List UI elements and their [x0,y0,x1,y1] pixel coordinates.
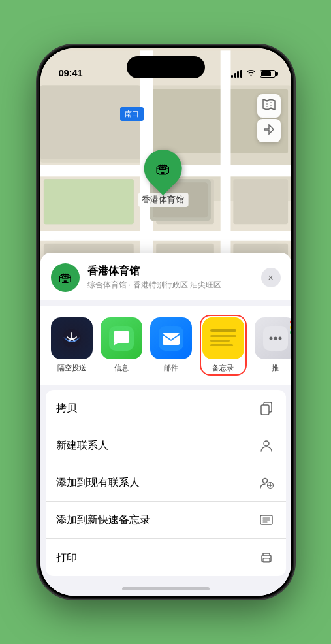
mail-icon [150,317,192,359]
svg-rect-13 [233,179,288,224]
svg-point-28 [269,337,272,340]
location-pin: 🏟 香港体育馆 [138,150,188,207]
airdrop-label: 隔空投送 [57,363,86,373]
notes-icon [202,317,244,359]
pin-icon: 🏟 [136,142,190,195]
battery-icon [260,70,276,78]
map-controls [257,94,281,142]
svg-rect-22 [202,317,244,359]
app-row: 隔空投送 信息 [40,306,291,385]
svg-rect-32 [261,405,269,415]
messages-label: 信息 [114,363,129,373]
wifi-icon [246,69,256,78]
svg-rect-24 [210,335,236,337]
new-contact-label: 新建联系人 [56,439,257,453]
action-item-new-contact[interactable]: 新建联系人 [46,427,286,464]
svg-rect-25 [210,340,230,342]
sheet-header: 🏟 香港体育馆 综合体育馆 · 香港特别行政区 油尖旺区 × [40,253,291,300]
quick-note-icon [257,511,276,529]
airdrop-icon [51,317,93,359]
location-arrow-icon [264,124,274,137]
app-item-messages[interactable]: 信息 [101,317,142,373]
copy-label: 拷贝 [56,402,257,415]
more-icon [255,317,291,359]
svg-rect-15 [43,179,133,224]
mail-label: 邮件 [164,363,178,373]
svg-point-34 [262,479,267,483]
action-item-copy[interactable]: 拷贝 [46,390,286,427]
svg-rect-23 [210,329,236,332]
app-item-more[interactable]: 推 [255,317,291,373]
svg-point-33 [264,441,269,446]
app-item-airdrop[interactable]: 隔空投送 [51,317,93,373]
svg-rect-2 [40,85,140,159]
action-item-print[interactable]: 打印 [46,539,286,576]
sheet-location-icon: 🏟 [51,263,80,292]
phone-inner: 09:41 [40,48,291,596]
app-item-notes[interactable]: 备忘录 [200,315,247,376]
map-type-button[interactable] [257,94,281,118]
new-contact-icon [257,436,276,455]
svg-rect-21 [163,333,180,345]
signal-bars-icon [231,70,242,78]
copy-icon [257,399,276,417]
dynamic-island [127,56,205,78]
action-list: 拷贝 新建联系人 [46,390,286,576]
map-type-icon [262,99,276,113]
status-icons [231,69,276,78]
messages-icon [101,317,142,359]
svg-rect-26 [210,344,233,346]
home-indicator-area [40,576,291,596]
action-item-quick-note[interactable]: 添加到新快速备忘录 [46,502,286,539]
action-item-add-contact[interactable]: 添加到现有联系人 [46,464,286,502]
more-label: 推 [272,363,279,373]
svg-rect-6 [40,231,291,241]
print-label: 打印 [56,551,257,565]
add-contact-icon [257,474,276,492]
notes-label: 备忘录 [212,363,234,373]
sheet-location-info: 香港体育馆 综合体育馆 · 香港特别行政区 油尖旺区 [87,265,261,291]
app-item-mail[interactable]: 邮件 [150,317,192,373]
sheet-location-name: 香港体育馆 [87,265,261,278]
close-button[interactable]: × [261,268,281,287]
map-location-label: 南口 [120,107,144,121]
location-arrow-button[interactable] [257,119,281,142]
sheet-location-desc: 综合体育馆 · 香港特别行政区 油尖旺区 [87,280,261,291]
share-sheet: 🏟 香港体育馆 综合体育馆 · 香港特别行政区 油尖旺区 × [40,253,291,596]
add-contact-label: 添加到现有联系人 [56,476,257,490]
svg-point-29 [274,337,277,340]
phone-frame: 09:41 [39,46,293,598]
status-time: 09:41 [59,67,83,78]
svg-point-30 [278,337,281,340]
more-dots [290,320,291,334]
print-icon [257,549,276,567]
home-indicator [122,587,210,590]
quick-note-label: 添加到新快速备忘录 [56,513,257,527]
